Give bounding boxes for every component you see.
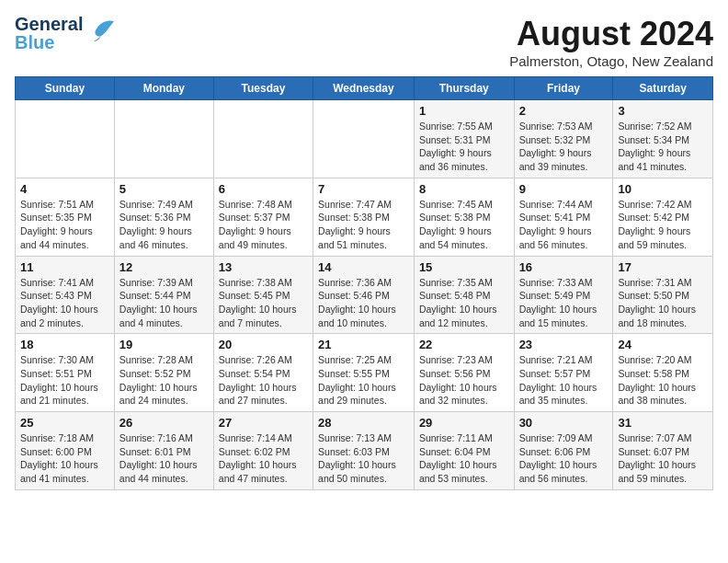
day-info: Sunrise: 7:23 AMSunset: 5:56 PMDaylight:… — [419, 353, 509, 408]
calendar-cell: 20Sunrise: 7:26 AMSunset: 5:54 PMDayligh… — [213, 334, 313, 412]
day-number: 31 — [618, 416, 708, 430]
day-info: Sunrise: 7:42 AMSunset: 5:42 PMDaylight:… — [618, 198, 708, 252]
day-info: Sunrise: 7:52 AMSunset: 5:34 PMDaylight:… — [618, 120, 708, 174]
day-number: 17 — [618, 260, 708, 274]
calendar-cell: 26Sunrise: 7:16 AMSunset: 6:01 PMDayligh… — [114, 412, 213, 490]
calendar-cell: 30Sunrise: 7:09 AMSunset: 6:06 PMDayligh… — [514, 412, 613, 490]
day-number: 22 — [419, 338, 509, 351]
location-subtitle: Palmerston, Otago, New Zealand — [509, 53, 713, 69]
day-info: Sunrise: 7:49 AMSunset: 5:36 PMDaylight:… — [119, 198, 209, 252]
day-number: 13 — [219, 260, 308, 274]
calendar-cell: 18Sunrise: 7:30 AMSunset: 5:51 PMDayligh… — [16, 334, 115, 412]
logo-general: General — [15, 15, 83, 33]
calendar-cell: 1Sunrise: 7:55 AMSunset: 5:31 PMDaylight… — [414, 100, 514, 178]
day-info: Sunrise: 7:30 AMSunset: 5:51 PMDaylight:… — [20, 353, 109, 408]
day-info: Sunrise: 7:44 AMSunset: 5:41 PMDaylight:… — [519, 198, 609, 252]
weekday-header-wednesday: Wednesday — [313, 77, 415, 100]
calendar-cell — [114, 100, 213, 178]
day-number: 28 — [318, 416, 409, 430]
day-number: 3 — [618, 104, 708, 118]
day-info: Sunrise: 7:36 AMSunset: 5:46 PMDaylight:… — [318, 276, 409, 330]
day-info: Sunrise: 7:41 AMSunset: 5:43 PMDaylight:… — [20, 276, 109, 330]
day-number: 19 — [119, 338, 209, 351]
day-number: 5 — [119, 182, 209, 196]
logo-bird-icon — [88, 16, 118, 52]
calendar-cell: 19Sunrise: 7:28 AMSunset: 5:52 PMDayligh… — [114, 334, 213, 412]
day-info: Sunrise: 7:53 AMSunset: 5:32 PMDaylight:… — [519, 120, 609, 174]
day-number: 2 — [519, 104, 609, 118]
title-section: August 2024 Palmerston, Otago, New Zeala… — [509, 15, 713, 69]
weekday-row: SundayMondayTuesdayWednesdayThursdayFrid… — [16, 77, 713, 100]
day-info: Sunrise: 7:51 AMSunset: 5:35 PMDaylight:… — [20, 198, 109, 252]
weekday-header-friday: Friday — [514, 77, 613, 100]
day-info: Sunrise: 7:26 AMSunset: 5:54 PMDaylight:… — [219, 353, 308, 408]
day-number: 12 — [119, 260, 209, 274]
calendar-cell: 23Sunrise: 7:21 AMSunset: 5:57 PMDayligh… — [514, 334, 613, 412]
day-info: Sunrise: 7:07 AMSunset: 6:07 PMDaylight:… — [618, 431, 708, 486]
day-info: Sunrise: 7:11 AMSunset: 6:04 PMDaylight:… — [419, 431, 509, 486]
calendar-week-5: 25Sunrise: 7:18 AMSunset: 6:00 PMDayligh… — [16, 412, 713, 490]
weekday-header-saturday: Saturday — [613, 77, 713, 100]
day-info: Sunrise: 7:48 AMSunset: 5:37 PMDaylight:… — [219, 198, 308, 252]
day-info: Sunrise: 7:20 AMSunset: 5:58 PMDaylight:… — [618, 353, 708, 408]
day-number: 1 — [419, 104, 509, 118]
day-info: Sunrise: 7:55 AMSunset: 5:31 PMDaylight:… — [419, 120, 509, 174]
calendar-week-2: 4Sunrise: 7:51 AMSunset: 5:35 PMDaylight… — [16, 178, 713, 256]
day-number: 23 — [519, 338, 609, 351]
day-info: Sunrise: 7:18 AMSunset: 6:00 PMDaylight:… — [20, 431, 109, 486]
calendar-cell: 10Sunrise: 7:42 AMSunset: 5:42 PMDayligh… — [613, 178, 713, 256]
day-number: 16 — [519, 260, 609, 274]
day-info: Sunrise: 7:16 AMSunset: 6:01 PMDaylight:… — [119, 431, 209, 486]
calendar-week-3: 11Sunrise: 7:41 AMSunset: 5:43 PMDayligh… — [16, 256, 713, 334]
calendar-cell: 28Sunrise: 7:13 AMSunset: 6:03 PMDayligh… — [313, 412, 415, 490]
calendar-cell: 16Sunrise: 7:33 AMSunset: 5:49 PMDayligh… — [514, 256, 613, 334]
calendar-cell: 5Sunrise: 7:49 AMSunset: 5:36 PMDaylight… — [114, 178, 213, 256]
calendar-cell: 31Sunrise: 7:07 AMSunset: 6:07 PMDayligh… — [613, 412, 713, 490]
calendar-week-1: 1Sunrise: 7:55 AMSunset: 5:31 PMDaylight… — [16, 100, 713, 178]
page-header: General Blue August 2024 Palmerston, Ota… — [15, 15, 713, 69]
calendar-cell: 2Sunrise: 7:53 AMSunset: 5:32 PMDaylight… — [514, 100, 613, 178]
calendar-cell: 7Sunrise: 7:47 AMSunset: 5:38 PMDaylight… — [313, 178, 415, 256]
day-info: Sunrise: 7:38 AMSunset: 5:45 PMDaylight:… — [219, 276, 308, 330]
day-info: Sunrise: 7:45 AMSunset: 5:38 PMDaylight:… — [419, 198, 509, 252]
day-number: 6 — [219, 182, 308, 196]
calendar-cell: 8Sunrise: 7:45 AMSunset: 5:38 PMDaylight… — [414, 178, 514, 256]
calendar-cell — [313, 100, 415, 178]
calendar-cell: 9Sunrise: 7:44 AMSunset: 5:41 PMDaylight… — [514, 178, 613, 256]
day-info: Sunrise: 7:39 AMSunset: 5:44 PMDaylight:… — [119, 276, 209, 330]
day-info: Sunrise: 7:21 AMSunset: 5:57 PMDaylight:… — [519, 353, 609, 408]
day-info: Sunrise: 7:13 AMSunset: 6:03 PMDaylight:… — [318, 431, 409, 486]
day-number: 11 — [20, 260, 109, 274]
calendar-cell: 27Sunrise: 7:14 AMSunset: 6:02 PMDayligh… — [213, 412, 313, 490]
calendar-cell: 15Sunrise: 7:35 AMSunset: 5:48 PMDayligh… — [414, 256, 514, 334]
day-number: 4 — [20, 182, 109, 196]
weekday-header-thursday: Thursday — [414, 77, 514, 100]
calendar-cell: 12Sunrise: 7:39 AMSunset: 5:44 PMDayligh… — [114, 256, 213, 334]
calendar-table: SundayMondayTuesdayWednesdayThursdayFrid… — [15, 76, 713, 490]
month-year-title: August 2024 — [509, 15, 713, 53]
day-number: 8 — [419, 182, 509, 196]
calendar-cell: 21Sunrise: 7:25 AMSunset: 5:55 PMDayligh… — [313, 334, 415, 412]
logo-blue: Blue — [15, 33, 83, 52]
calendar-cell: 25Sunrise: 7:18 AMSunset: 6:00 PMDayligh… — [16, 412, 115, 490]
calendar-cell: 14Sunrise: 7:36 AMSunset: 5:46 PMDayligh… — [313, 256, 415, 334]
weekday-header-monday: Monday — [114, 77, 213, 100]
day-number: 21 — [318, 338, 409, 351]
day-number: 10 — [618, 182, 708, 196]
calendar-cell: 13Sunrise: 7:38 AMSunset: 5:45 PMDayligh… — [213, 256, 313, 334]
day-number: 18 — [20, 338, 109, 351]
day-number: 15 — [419, 260, 509, 274]
day-number: 26 — [119, 416, 209, 430]
weekday-header-sunday: Sunday — [16, 77, 115, 100]
day-number: 27 — [219, 416, 308, 430]
day-info: Sunrise: 7:33 AMSunset: 5:49 PMDaylight:… — [519, 276, 609, 330]
calendar-cell: 11Sunrise: 7:41 AMSunset: 5:43 PMDayligh… — [16, 256, 115, 334]
day-number: 24 — [618, 338, 708, 351]
calendar-header: SundayMondayTuesdayWednesdayThursdayFrid… — [16, 77, 713, 100]
day-number: 7 — [318, 182, 409, 196]
day-info: Sunrise: 7:25 AMSunset: 5:55 PMDaylight:… — [318, 353, 409, 408]
day-info: Sunrise: 7:31 AMSunset: 5:50 PMDaylight:… — [618, 276, 708, 330]
calendar-cell: 22Sunrise: 7:23 AMSunset: 5:56 PMDayligh… — [414, 334, 514, 412]
day-info: Sunrise: 7:35 AMSunset: 5:48 PMDaylight:… — [419, 276, 509, 330]
calendar-cell: 17Sunrise: 7:31 AMSunset: 5:50 PMDayligh… — [613, 256, 713, 334]
